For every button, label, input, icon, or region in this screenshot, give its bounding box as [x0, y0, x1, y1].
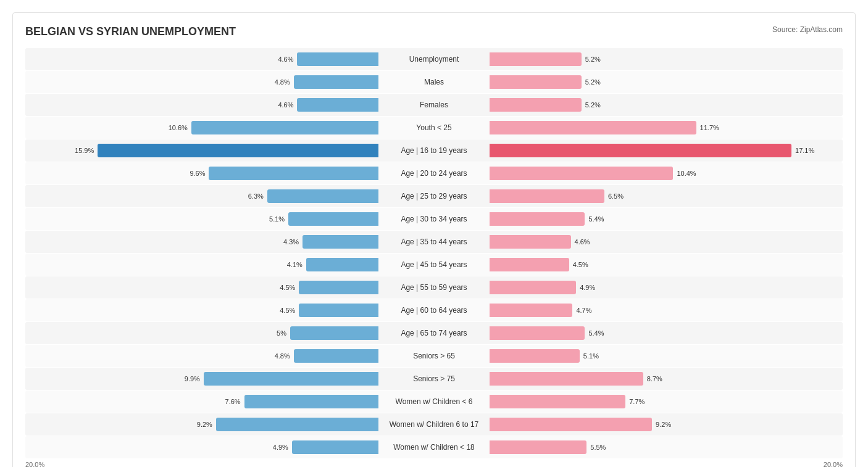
bar-pink: [490, 144, 791, 157]
center-label: Women w/ Children < 18: [378, 443, 490, 452]
val-left: 4.1%: [287, 261, 306, 268]
table-row: 9.2% Women w/ Children 6 to 17 9.2%: [25, 413, 843, 436]
val-left: 4.6%: [278, 56, 297, 63]
bar-pink: [490, 281, 576, 294]
val-left: 4.8%: [275, 352, 294, 360]
table-row: 10.6% Youth < 25 11.7%: [25, 117, 843, 139]
val-left: 15.9%: [75, 147, 98, 154]
bar-blue: [297, 98, 378, 112]
bar-pink: [490, 395, 625, 408]
val-right: 6.5%: [604, 192, 624, 200]
bar-pink: [490, 121, 696, 134]
center-label: Age | 45 to 54 years: [378, 260, 490, 269]
val-left: 4.3%: [283, 238, 303, 246]
bar-blue: [216, 418, 378, 431]
bar-pink: [490, 75, 582, 89]
bar-pink: [490, 418, 652, 431]
bar-blue: [297, 52, 378, 66]
val-right: 9.2%: [652, 421, 671, 428]
bar-pink: [490, 372, 643, 386]
val-left: 9.6%: [190, 170, 209, 177]
chart-header: BELGIAN VS SYRIAN UNEMPLOYMENT Source: Z…: [25, 25, 843, 38]
val-right: 5.4%: [585, 215, 604, 223]
val-right: 5.1%: [580, 352, 599, 360]
axis-labels: 20.0% 20.0%: [25, 461, 843, 467]
val-right: 8.7%: [643, 375, 662, 382]
center-label: Age | 20 to 24 years: [378, 169, 490, 178]
bar-pink: [490, 258, 569, 271]
table-row: 9.9% Seniors > 75 8.7%: [25, 368, 843, 390]
bar-blue: [209, 167, 378, 180]
center-label: Age | 35 to 44 years: [378, 238, 490, 246]
axis-right-label: 20.0%: [824, 461, 843, 467]
center-label: Seniors > 65: [378, 352, 490, 360]
chart-source: Source: ZipAtlas.com: [772, 25, 843, 34]
val-left: 4.6%: [278, 101, 297, 109]
table-row: 9.6% Age | 20 to 24 years 10.4%: [25, 162, 843, 184]
bar-pink: [490, 440, 586, 454]
bar-pink: [490, 212, 585, 226]
bar-blue: [244, 395, 378, 408]
bar-pink: [490, 189, 604, 203]
center-label: Males: [378, 78, 490, 86]
table-row: 4.6% Females 5.2%: [25, 94, 843, 116]
val-right: 10.4%: [673, 170, 696, 177]
table-row: 4.3% Age | 35 to 44 years 4.6%: [25, 231, 843, 253]
val-left: 4.5%: [280, 307, 299, 314]
bar-pink: [490, 167, 673, 180]
center-label: Females: [378, 101, 490, 109]
val-right: 4.6%: [571, 238, 590, 246]
center-label: Seniors > 75: [378, 374, 490, 383]
center-label: Unemployment: [378, 55, 490, 64]
val-right: 17.1%: [791, 147, 814, 154]
val-right: 5.4%: [585, 329, 604, 337]
table-row: 5.1% Age | 30 to 34 years 5.4%: [25, 208, 843, 230]
bar-pink: [490, 52, 582, 66]
chart-body: 4.6% Unemployment 5.2% 4.8% Males 5.2% 4…: [25, 48, 843, 458]
bar-blue: [292, 440, 378, 454]
bar-blue: [290, 326, 378, 340]
center-label: Age | 55 to 59 years: [378, 283, 490, 292]
chart-title: BELGIAN VS SYRIAN UNEMPLOYMENT: [25, 25, 236, 38]
val-right: 5.5%: [586, 444, 606, 451]
val-right: 4.5%: [569, 261, 588, 268]
val-right: 5.2%: [582, 101, 601, 109]
chart-container: BELGIAN VS SYRIAN UNEMPLOYMENT Source: Z…: [12, 12, 856, 467]
center-label: Women w/ Children < 6: [378, 397, 490, 406]
val-right: 4.9%: [576, 284, 595, 291]
table-row: 4.5% Age | 60 to 64 years 4.7%: [25, 299, 843, 321]
table-row: 4.5% Age | 55 to 59 years 4.9%: [25, 276, 843, 299]
bar-blue: [294, 75, 378, 89]
axis-left-label: 20.0%: [25, 461, 44, 467]
bar-blue: [303, 235, 378, 249]
val-right: 5.2%: [582, 56, 601, 63]
bar-pink: [490, 304, 572, 317]
bar-blue: [306, 258, 378, 271]
center-label: Age | 65 to 74 years: [378, 329, 490, 337]
val-left: 10.6%: [169, 124, 191, 131]
val-left: 5.1%: [269, 215, 288, 223]
center-label: Youth < 25: [378, 123, 490, 132]
bar-pink: [490, 235, 571, 249]
table-row: 4.9% Women w/ Children < 18 5.5%: [25, 436, 843, 458]
val-left: 9.9%: [185, 375, 204, 382]
val-right: 5.2%: [582, 78, 601, 86]
bar-pink: [490, 98, 582, 112]
bar-blue: [98, 144, 378, 157]
bar-blue: [299, 281, 378, 294]
center-label: Age | 16 to 19 years: [378, 146, 490, 155]
bar-blue: [288, 212, 378, 226]
bar-blue: [299, 304, 378, 317]
val-left: 5%: [277, 329, 290, 337]
val-right: 4.7%: [572, 307, 591, 314]
table-row: 6.3% Age | 25 to 29 years 6.5%: [25, 185, 843, 207]
val-left: 9.2%: [197, 421, 216, 428]
val-right: 7.7%: [625, 398, 645, 405]
center-label: Age | 25 to 29 years: [378, 192, 490, 200]
val-left: 4.9%: [273, 444, 292, 451]
bar-blue: [267, 189, 378, 203]
bar-blue: [294, 349, 378, 363]
val-left: 4.8%: [275, 78, 294, 86]
table-row: 4.8% Seniors > 65 5.1%: [25, 345, 843, 367]
table-row: 4.1% Age | 45 to 54 years 4.5%: [25, 254, 843, 276]
